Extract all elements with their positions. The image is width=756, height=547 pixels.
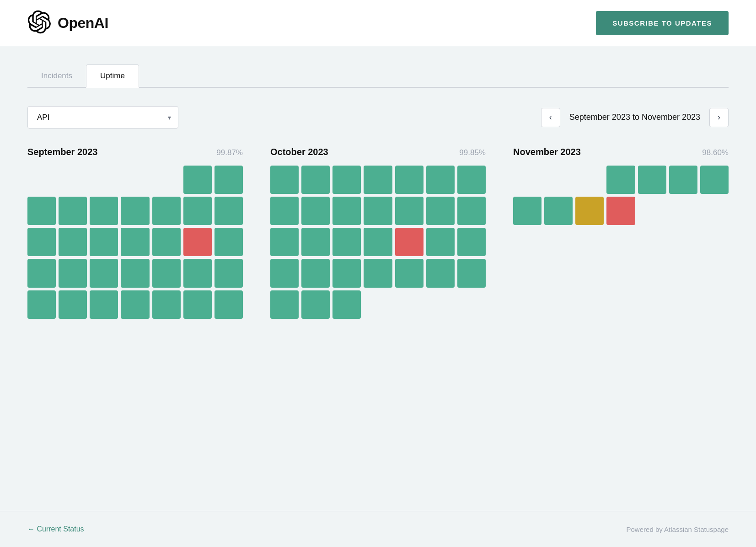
day-cell	[606, 290, 635, 319]
day-cell	[301, 166, 330, 194]
day-cell	[457, 228, 486, 256]
day-cell	[457, 197, 486, 225]
controls-row: API ChatGPT DALL·E Plugins ▾ ‹ September…	[27, 106, 729, 129]
day-cell	[606, 166, 635, 194]
day-cell	[457, 259, 486, 287]
day-cell	[575, 290, 604, 319]
day-cell	[364, 290, 392, 319]
day-cell	[364, 166, 392, 194]
powered-by-text: Powered by Atlassian Statuspage	[627, 526, 729, 533]
calendar-oct2023: October 202399.85%	[270, 147, 486, 319]
calendar-grid-sep2023	[27, 166, 243, 319]
day-cell	[214, 197, 243, 225]
day-cell	[59, 259, 87, 287]
day-cell	[513, 197, 542, 225]
day-cell	[606, 259, 635, 287]
day-cell	[59, 166, 87, 194]
openai-logo-icon	[27, 10, 51, 36]
calendar-month-label: September 2023	[27, 147, 97, 157]
day-cell	[364, 259, 392, 287]
logo-text: OpenAI	[58, 15, 108, 32]
footer: ← Current Status Powered by Atlassian St…	[0, 511, 756, 547]
day-cell	[700, 197, 729, 225]
tab-incidents[interactable]: Incidents	[27, 65, 86, 88]
day-cell	[395, 197, 424, 225]
calendar-pct-label: 99.85%	[459, 148, 486, 157]
calendars-row: September 202399.87%October 202399.85%No…	[27, 147, 729, 319]
day-cell	[301, 259, 330, 287]
day-cell	[270, 228, 299, 256]
day-cell	[183, 228, 212, 256]
day-cell	[27, 197, 56, 225]
api-select[interactable]: API ChatGPT DALL·E Plugins	[27, 106, 178, 129]
day-cell	[121, 259, 149, 287]
day-cell	[638, 290, 666, 319]
day-cell	[457, 166, 486, 194]
day-cell	[700, 259, 729, 287]
day-cell	[426, 228, 455, 256]
day-cell	[90, 290, 118, 319]
day-cell	[638, 228, 666, 256]
header: OpenAI SUBSCRIBE TO UPDATES	[0, 0, 756, 46]
calendar-pct-label: 98.60%	[702, 148, 729, 157]
day-cell	[513, 259, 542, 287]
day-cell	[152, 166, 181, 194]
day-cell	[669, 259, 697, 287]
day-cell	[27, 290, 56, 319]
day-cell	[426, 290, 455, 319]
calendar-pct-label: 99.87%	[216, 148, 243, 157]
next-period-button[interactable]: ›	[709, 108, 729, 127]
calendar-header-oct2023: October 202399.85%	[270, 147, 486, 157]
day-cell	[214, 166, 243, 194]
day-cell	[90, 228, 118, 256]
day-cell	[332, 197, 361, 225]
day-cell	[544, 197, 573, 225]
day-cell	[183, 259, 212, 287]
date-range-label: September 2023 to November 2023	[569, 113, 700, 122]
calendar-grid-nov2023	[513, 166, 729, 319]
day-cell	[152, 290, 181, 319]
tabs-bar: Incidents Uptime	[27, 64, 729, 88]
tab-uptime[interactable]: Uptime	[86, 64, 139, 88]
day-cell	[544, 166, 573, 194]
day-cell	[606, 228, 635, 256]
day-cell	[183, 166, 212, 194]
day-cell	[27, 228, 56, 256]
subscribe-button[interactable]: SUBSCRIBE TO UPDATES	[596, 11, 729, 35]
calendar-sep2023: September 202399.87%	[27, 147, 243, 319]
main-content: Incidents Uptime API ChatGPT DALL·E Plug…	[0, 46, 756, 511]
day-cell	[426, 259, 455, 287]
day-cell	[332, 166, 361, 194]
prev-period-button[interactable]: ‹	[541, 108, 560, 127]
day-cell	[426, 197, 455, 225]
day-cell	[270, 197, 299, 225]
day-cell	[301, 228, 330, 256]
day-cell	[90, 166, 118, 194]
day-cell	[332, 290, 361, 319]
day-cell	[90, 197, 118, 225]
calendar-grid-oct2023	[270, 166, 486, 319]
day-cell	[638, 259, 666, 287]
day-cell	[395, 166, 424, 194]
day-cell	[183, 197, 212, 225]
day-cell	[513, 228, 542, 256]
page-wrapper: OpenAI SUBSCRIBE TO UPDATES Incidents Up…	[0, 0, 756, 547]
day-cell	[27, 166, 56, 194]
day-cell	[700, 166, 729, 194]
day-cell	[270, 259, 299, 287]
day-cell	[27, 259, 56, 287]
current-status-link[interactable]: ← Current Status	[27, 525, 84, 533]
api-select-wrapper: API ChatGPT DALL·E Plugins ▾	[27, 106, 178, 129]
day-cell	[301, 290, 330, 319]
day-cell	[700, 228, 729, 256]
day-cell	[457, 290, 486, 319]
day-cell	[121, 166, 149, 194]
day-cell	[152, 228, 181, 256]
day-cell	[152, 259, 181, 287]
day-cell	[214, 228, 243, 256]
day-cell	[606, 197, 635, 225]
day-cell	[90, 259, 118, 287]
day-cell	[59, 290, 87, 319]
day-cell	[59, 197, 87, 225]
day-cell	[638, 197, 666, 225]
